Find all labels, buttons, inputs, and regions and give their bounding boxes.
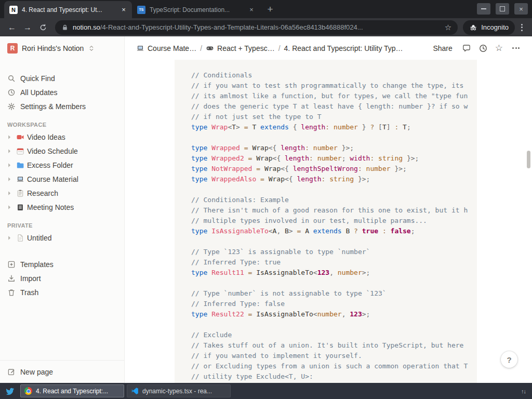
browser-tab-notion[interactable]: N 4. React and Typescript: Ut... ×	[4, 1, 132, 18]
chevron-right-icon[interactable]	[5, 234, 14, 242]
sidebar-item-import[interactable]: Import	[0, 271, 124, 285]
typescript-favicon: TS	[137, 6, 145, 14]
new-page-icon	[7, 368, 16, 376]
clock-icon	[7, 88, 16, 97]
import-icon	[7, 274, 16, 283]
sidebar-item-all-updates[interactable]: All Updates	[0, 85, 124, 99]
sidebar-top-menu: Quick FindAll UpdatesSettings & Members	[0, 71, 124, 113]
tab-title: 4. React and Typescript: Ut...	[22, 6, 115, 14]
code-line: // or Excluding types from a union is su…	[191, 361, 472, 371]
sidebar-page-excess-folder[interactable]: Excess Folder	[0, 158, 124, 172]
workspace-switcher[interactable]: R Rori Hinds's Notion	[0, 36, 124, 54]
bookmark-star-icon[interactable]: ☆	[445, 23, 451, 32]
tab-close-icon[interactable]: ×	[247, 6, 256, 14]
chevron-right-icon[interactable]	[5, 147, 14, 155]
close-window-button[interactable]: ×	[514, 3, 528, 15]
updates-button[interactable]	[478, 44, 488, 53]
back-button[interactable]: ←	[5, 21, 19, 34]
tab-title: TypeScript: Documentation...	[150, 6, 243, 14]
code-block[interactable]: // Conditionals// if you want to test st…	[175, 60, 477, 383]
vscode-icon	[131, 387, 139, 395]
notes-icon	[16, 203, 24, 211]
code-line: // if not just set the type to T	[191, 112, 472, 122]
page-scrollbar[interactable]	[527, 151, 530, 168]
maximize-button[interactable]	[496, 3, 509, 15]
chevron-right-icon[interactable]	[5, 189, 14, 197]
url-path: /4-React-and-Typescript-Utility-Types-an…	[100, 23, 363, 31]
share-button[interactable]: Share	[431, 43, 454, 54]
code-line: // if you want to test sth programmatica…	[191, 81, 472, 91]
chevron-right-icon[interactable]	[5, 203, 14, 211]
incognito-spy-icon	[469, 23, 477, 32]
code-line: // Inferred Type: true	[191, 257, 472, 268]
topbar-actions: Share ☆	[431, 43, 526, 54]
breadcrumb-item-course-mate[interactable]: Course Mate…	[133, 43, 200, 54]
section-label-private: PRIVATE	[0, 214, 124, 231]
sidebar: R Rori Hinds's Notion Quick FindAll Upda…	[0, 36, 125, 383]
sidebar-page-label: Video Schedule	[27, 147, 78, 155]
new-page-button[interactable]: New page	[0, 360, 124, 383]
tray-updown-icon[interactable]: ↑↓	[521, 388, 530, 394]
help-button[interactable]: ?	[501, 351, 517, 368]
breadcrumb-label: Course Mate…	[148, 44, 196, 52]
code-line	[191, 320, 472, 330]
code-line: // multiple types involved in our test, …	[191, 216, 472, 226]
code-line: // if you wanted to implement it yoursel…	[191, 351, 472, 361]
sidebar-item-label: All Updates	[20, 88, 58, 97]
clipboard-icon	[16, 189, 24, 197]
code-line: // Type `123` is assignable to type `num…	[191, 247, 472, 257]
code-line	[191, 236, 472, 247]
taskbar: 4. React and Typescript:...dynamic-types…	[0, 383, 532, 399]
page-icon	[16, 234, 24, 242]
code-line: // Inferred Type: false	[191, 299, 472, 309]
chevron-right-icon[interactable]	[5, 175, 14, 183]
taskbar-task-4-react-and-typescript[interactable]: 4. React and Typescript:...	[20, 384, 124, 397]
page-topbar: Course Mate…/React + Typesc…/4. React an…	[125, 36, 532, 60]
code-line: type Wrapped2 = Wrap<{ length: number; w…	[191, 153, 472, 164]
taskbar-task-dynamic-types-tsx-rea[interactable]: dynamic-types.tsx - rea...	[127, 384, 231, 397]
breadcrumb: Course Mate…/React + Typesc…/4. React an…	[133, 43, 406, 54]
code-line: // Exclude	[191, 330, 472, 340]
tab-close-icon[interactable]: ×	[119, 6, 128, 14]
url-text: notion.so/4-React-and-Typescript-Utility…	[73, 23, 441, 31]
browser-menu-button[interactable]	[517, 24, 527, 31]
code-line: // Conditionals	[191, 70, 472, 81]
sidebar-item-label: Settings & Members	[20, 102, 86, 111]
favorite-star-button[interactable]: ☆	[495, 43, 503, 54]
url-domain: notion.so	[73, 23, 100, 31]
notion-main: Course Mate…/React + Typesc…/4. React an…	[125, 36, 532, 383]
minimize-button[interactable]	[477, 3, 490, 15]
sidebar-item-quick-find[interactable]: Quick Find	[0, 71, 124, 85]
refresh-button[interactable]	[36, 21, 50, 34]
launcher-bird-icon[interactable]	[2, 384, 18, 398]
sidebar-item-trash[interactable]: Trash	[0, 285, 124, 299]
code-line: // Conditionals: Example	[191, 195, 472, 205]
breadcrumb-item-4-react-and-typescript-utility-typ[interactable]: 4. React and Typescript: Utility Typ…	[281, 43, 406, 54]
sidebar-page-video-schedule[interactable]: Video Schedule	[0, 144, 124, 158]
sidebar-page-label: Meeting Notes	[27, 203, 74, 211]
breadcrumb-item-react-typesc[interactable]: React + Typesc…	[203, 43, 278, 54]
url-bar[interactable]: notion.so/4-React-and-Typescript-Utility…	[55, 20, 458, 35]
code-line: type Wrap<T> = T extends { length: numbe…	[191, 122, 472, 132]
folder-icon	[16, 161, 24, 169]
sidebar-page-meeting-notes[interactable]: Meeting Notes	[0, 200, 124, 214]
sidebar-page-course-material[interactable]: Course Material	[0, 172, 124, 186]
notion-favicon: N	[9, 6, 18, 14]
forward-button[interactable]: →	[21, 21, 34, 34]
sidebar-item-templates[interactable]: Templates	[0, 257, 124, 271]
more-options-button[interactable]	[510, 47, 522, 49]
browser-tab-typescript-docs[interactable]: TS TypeScript: Documentation... ×	[132, 1, 260, 18]
chevron-right-icon[interactable]	[5, 161, 14, 169]
new-tab-button[interactable]: +	[263, 2, 277, 17]
chevron-right-icon[interactable]	[5, 133, 14, 141]
sidebar-page-untitled[interactable]: Untitled	[0, 231, 124, 245]
sidebar-sections: WORKSPACEVideo IdeasVideo ScheduleExcess…	[0, 113, 124, 245]
sidebar-page-research[interactable]: Research	[0, 186, 124, 200]
taskbar-tasks: 4. React and Typescript:...dynamic-types…	[20, 384, 231, 397]
code-line	[191, 132, 472, 143]
sidebar-item-settings-members[interactable]: Settings & Members	[0, 99, 124, 113]
sidebar-page-video-ideas[interactable]: Video Ideas	[0, 130, 124, 144]
comments-button[interactable]	[462, 44, 471, 53]
browser-toolbar: ← → notion.so/4-React-and-Typescript-Uti…	[0, 18, 532, 36]
calendar-icon	[16, 147, 24, 155]
